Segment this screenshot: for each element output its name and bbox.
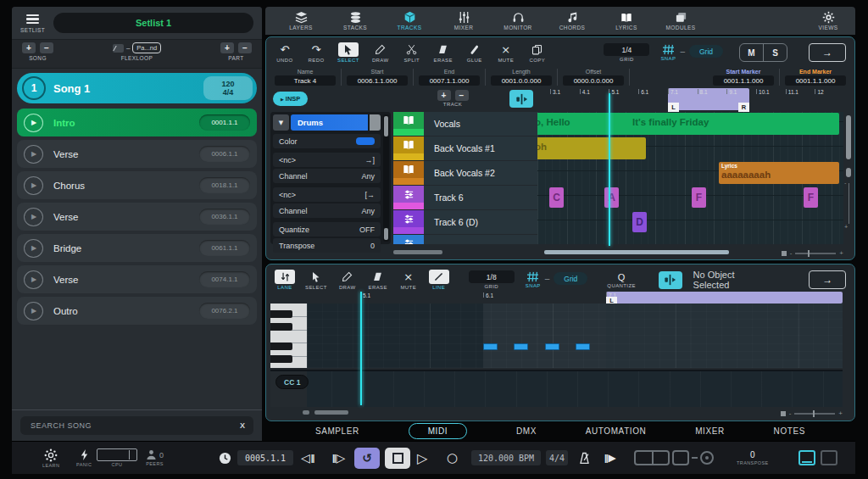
black-key[interactable]	[270, 343, 292, 350]
tab-stacks[interactable]: STACKS	[337, 11, 374, 31]
auto-scroll-button[interactable]	[509, 90, 533, 108]
layout-toggle-right[interactable]	[821, 450, 837, 465]
loop-button[interactable]: ↺	[354, 442, 380, 474]
preset-drag-handle[interactable]	[370, 114, 381, 131]
search-input[interactable]	[29, 421, 235, 431]
part-row[interactable]: ▶Verse0036.1.1	[17, 203, 257, 231]
inspector-preset-name[interactable]: Drums	[291, 114, 368, 131]
loop-right-flag[interactable]: R	[738, 103, 749, 112]
arrange-grid-value[interactable]: 1/4	[604, 43, 649, 56]
time-signature-group[interactable]: 4/4	[546, 442, 568, 474]
piano-keys[interactable]	[270, 304, 307, 368]
tool-split[interactable]: SPLIT	[402, 42, 422, 63]
info-field-start[interactable]: Start0006.1.1.000	[342, 69, 414, 86]
arrange-horizontal-scrollbar[interactable]: - +	[537, 249, 843, 256]
part-row[interactable]: ▶Intro0001.1.1	[17, 109, 257, 136]
editor-more-button[interactable]: →	[809, 270, 846, 289]
loop-left-flag[interactable]: L	[606, 297, 617, 304]
cc-lane-label[interactable]: CC 1	[275, 375, 309, 389]
tab-lyrics[interactable]: LYRICS	[608, 12, 645, 31]
flexloop-value[interactable]: Pa...nd	[132, 42, 161, 53]
loop-left-flag[interactable]: L	[668, 103, 679, 112]
tab-mixer[interactable]: MIXER	[445, 11, 482, 31]
midi-note[interactable]	[545, 343, 559, 350]
remove-song-button[interactable]: −	[40, 42, 53, 53]
editor-grid-value[interactable]: 1/8	[469, 270, 515, 283]
black-key[interactable]	[270, 355, 292, 363]
setlist-name-display[interactable]: Setlist 1	[53, 13, 253, 33]
chord-marker[interactable]: C	[549, 187, 564, 208]
position-display-group[interactable]: 0005.1.1	[237, 442, 293, 474]
editor-grid-group[interactable]: 1/8 GRID	[469, 270, 515, 289]
time-signature-display[interactable]: 4/4	[546, 450, 568, 465]
clip[interactable]: Lyricsaaaaaaaah	[719, 162, 839, 184]
tab-layers[interactable]: LAYERS	[282, 11, 320, 31]
arrange-playhead[interactable]	[609, 93, 610, 246]
remove-track-button[interactable]: −	[455, 90, 469, 101]
inspector-row[interactable]: <nc>[→	[273, 187, 381, 202]
inspector-row[interactable]: ChannelAny	[273, 203, 381, 218]
bottom-tab-notes[interactable]: NOTES	[774, 426, 805, 436]
skip-button[interactable]: ||▶	[604, 442, 616, 474]
tab-monitor[interactable]: MONITOR	[499, 11, 537, 31]
info-field-end[interactable]: End0007.1.1.000	[414, 69, 486, 86]
part-play-button[interactable]: ▶	[24, 270, 43, 289]
editor-zoom-control[interactable]: - +	[781, 409, 843, 417]
arrange-vertical-scrollbar[interactable]: -+	[846, 115, 851, 239]
info-field-length[interactable]: Length0001.0.0.000	[486, 69, 558, 86]
setlist-menu-button[interactable]: SETLIST	[20, 13, 45, 34]
rewind-button[interactable]: ◁||	[301, 442, 314, 474]
quantize-group[interactable]: Q QUANTIZE	[607, 272, 636, 288]
inspector-toggle-button[interactable]: ▶ INSP	[273, 92, 308, 106]
inspector-row[interactable]: QuantizeOFF	[273, 222, 381, 237]
tab-tracks[interactable]: TRACKS	[391, 11, 428, 31]
tool-redo[interactable]: ↷REDO	[306, 42, 326, 63]
loop-region[interactable]	[606, 292, 843, 304]
chord-marker[interactable]: F	[804, 187, 818, 208]
tool-erase[interactable]: ERASE	[368, 270, 388, 290]
info-field-offset[interactable]: Offset0000.0.0.000	[558, 69, 630, 86]
search-field[interactable]: X	[20, 416, 253, 435]
tool-mute[interactable]: ×MUTE	[496, 42, 516, 63]
routing-indicator[interactable]	[634, 442, 714, 474]
add-track-button[interactable]: +	[437, 90, 451, 101]
tool-copy[interactable]: COPY	[527, 42, 548, 63]
inspector-scrollbar[interactable]	[383, 114, 389, 242]
color-swatch[interactable]	[356, 137, 375, 145]
tool-select[interactable]: SELECT	[305, 270, 327, 290]
midi-note[interactable]	[514, 343, 528, 350]
editor-snap-mode[interactable]: Grid	[554, 272, 587, 285]
arrange-more-button[interactable]: →	[809, 43, 846, 62]
tool-erase[interactable]: ERASE	[433, 42, 453, 63]
part-row[interactable]: ▶Chorus0018.1.1	[17, 171, 257, 199]
metronome-button[interactable]	[578, 442, 591, 474]
tool-glue[interactable]: GLUE	[465, 42, 485, 63]
end-marker-field[interactable]: End Marker 0001.1.1.000	[780, 69, 851, 86]
layout-toggle-left[interactable]	[798, 450, 815, 465]
panic-button[interactable]: PANIC	[76, 442, 92, 474]
inspector-dropdown-button[interactable]: ▼	[273, 114, 289, 131]
part-row[interactable]: ▶Verse0074.1.1	[17, 265, 257, 293]
arrange-grid-group[interactable]: 1/4 GRID	[604, 43, 649, 62]
part-play-button[interactable]: ▶	[24, 302, 43, 320]
inspector-row[interactable]: <nc>→]	[273, 153, 381, 167]
midi-note[interactable]	[576, 343, 590, 350]
position-display[interactable]: 0005.1.1	[237, 450, 293, 465]
part-play-button[interactable]: ▶	[24, 239, 43, 258]
editor-playhead[interactable]	[360, 292, 362, 405]
inspector-row[interactable]: ChannelAny	[273, 169, 381, 183]
clip[interactable]: Hello, HelloIt's finally Friday	[537, 113, 839, 135]
track-row[interactable]: Vocals	[393, 112, 537, 136]
part-row[interactable]: ▶Bridge0061.1.1	[17, 234, 257, 262]
tool-mute[interactable]: ×MUTE	[398, 270, 419, 290]
clip[interactable]: oooh	[537, 137, 646, 159]
black-key[interactable]	[270, 310, 292, 318]
tool-select[interactable]: SELECT	[337, 42, 359, 63]
chord-marker[interactable]: D	[632, 212, 647, 232]
bottom-tab-sampler[interactable]: SAMPLER	[315, 426, 359, 436]
tool-draw[interactable]: DRAW	[337, 270, 358, 290]
info-field-name[interactable]: NameTrack 4	[270, 69, 342, 86]
track-row[interactable]: Track 6	[393, 186, 537, 209]
editor-auto-scroll-button[interactable]	[659, 271, 682, 289]
midi-note[interactable]	[483, 343, 498, 350]
